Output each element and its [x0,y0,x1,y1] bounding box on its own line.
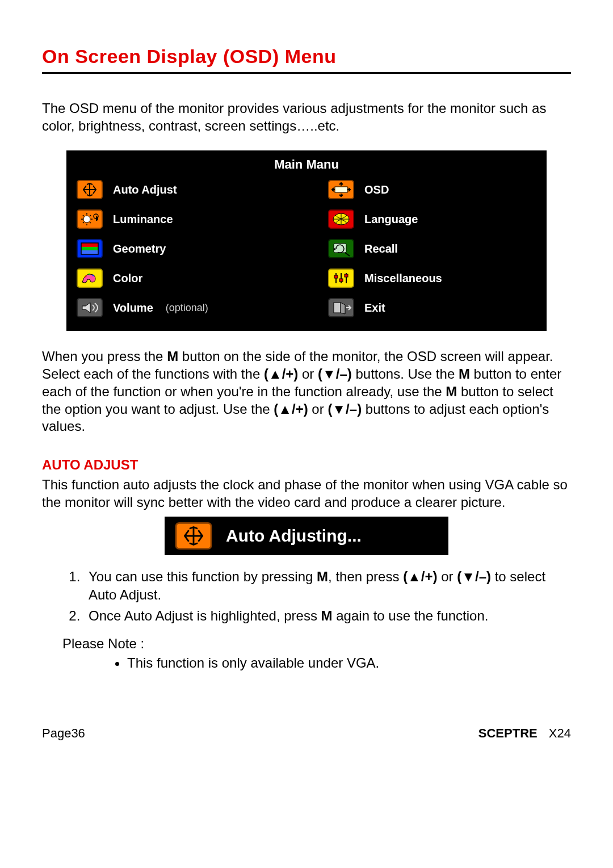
title-underline [42,72,571,74]
osd-main-menu-panel: Main Manu Auto Adjust [66,150,547,331]
svg-rect-25 [334,303,341,313]
osd-item-label: Recall [364,242,398,255]
page-number: Page36 [42,726,85,741]
note-item: This function is only available under VG… [127,654,571,672]
language-icon [328,209,354,229]
color-icon [77,269,103,288]
osd-item-label: Exit [364,301,385,315]
page-title: On Screen Display (OSD) Menu [42,45,571,68]
luminance-icon [77,209,103,229]
note-list: This function is only available under VG… [127,654,571,672]
svg-point-16 [85,276,87,278]
osd-item-language[interactable]: Language [305,209,535,229]
osd-item-label: Language [364,213,418,226]
intro-paragraph: The OSD menu of the monitor provides var… [42,100,571,135]
auto-adjust-heading: AUTO ADJUST [42,457,571,473]
osd-item-color[interactable]: Color [75,269,305,288]
geometry-icon [77,239,103,258]
svg-rect-9 [81,243,98,247]
footer-model: X24 [549,726,571,740]
svg-rect-21 [339,279,343,282]
step-2: Once Auto Adjust is highlighted, press M… [84,607,571,624]
volume-icon [77,298,103,317]
please-note-label: Please Note : [62,636,571,652]
exit-icon [328,298,354,317]
osd-item-exit[interactable]: Exit [305,298,535,317]
osd-item-miscellaneous[interactable]: Miscellaneous [305,269,535,288]
osd-item-label: Luminance [113,213,173,226]
osd-icon [328,180,354,199]
footer-brand: SCEPTRE [478,726,538,740]
svg-point-17 [89,274,90,275]
osd-item-label: Auto Adjust [113,183,177,196]
misc-icon [328,269,354,288]
osd-menu-grid: Auto Adjust OSD [72,177,541,317]
svg-point-4 [83,216,90,223]
svg-point-18 [93,275,94,276]
auto-adjust-icon [77,180,103,199]
osd-item-osd[interactable]: OSD [305,180,535,199]
osd-item-auto-adjust[interactable]: Auto Adjust [75,180,305,199]
osd-panel-title: Main Manu [72,155,541,177]
step-1: You can use this function by pressing M,… [84,568,571,603]
osd-item-label: OSD [364,183,389,196]
auto-adjusting-banner: Auto Adjusting... [165,517,448,555]
svg-rect-20 [334,275,338,278]
osd-item-label: Geometry [113,242,166,255]
recall-icon [328,239,354,258]
osd-item-label: Color [113,272,142,285]
auto-adjusting-label: Auto Adjusting... [226,526,362,546]
osd-instructions: When you press the M button on the side … [42,348,571,435]
svg-rect-22 [345,274,348,277]
osd-item-label: Volume [113,301,153,315]
osd-item-suffix: (optional) [166,302,208,314]
osd-item-geometry[interactable]: Geometry [75,239,305,258]
svg-rect-11 [81,250,98,254]
svg-rect-2 [335,187,347,192]
osd-item-luminance[interactable]: Luminance [75,209,305,229]
auto-adjust-steps: You can use this function by pressing M,… [84,568,571,624]
svg-rect-10 [81,247,98,250]
auto-adjust-description: This function auto adjusts the clock and… [42,476,571,511]
page-footer: Page36 SCEPTRE X24 [0,726,613,741]
osd-item-recall[interactable]: Recall [305,239,535,258]
osd-item-volume[interactable]: Volume (optional) [75,298,305,317]
auto-adjust-icon [175,522,212,550]
osd-item-label: Miscellaneous [364,272,442,285]
